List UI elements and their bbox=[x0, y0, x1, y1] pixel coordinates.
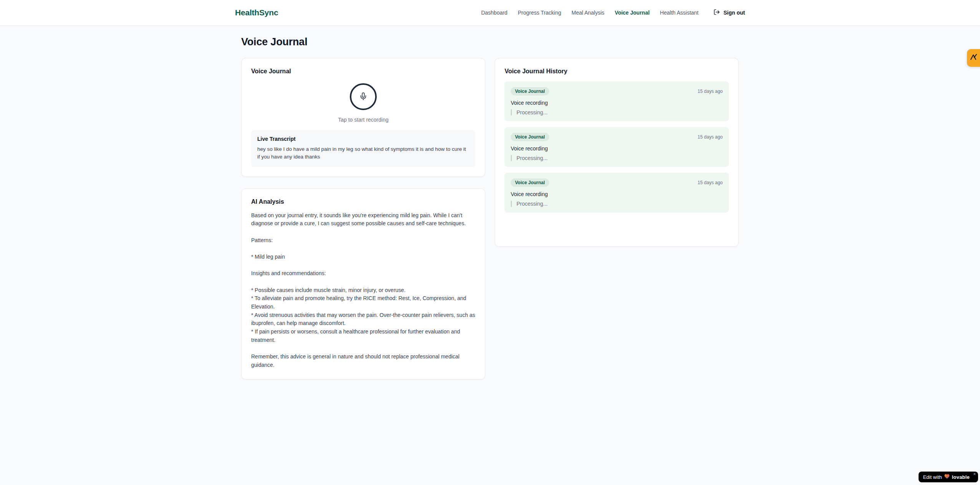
edit-with-lovable-badge[interactable]: Edit with lovable × bbox=[919, 472, 978, 482]
top-header: HealthSync Dashboard Progress Tracking M… bbox=[0, 0, 980, 26]
entry-timestamp: 15 days ago bbox=[698, 180, 723, 185]
close-icon[interactable]: × bbox=[973, 472, 976, 476]
entry-timestamp: 15 days ago bbox=[698, 89, 723, 94]
header-inner: HealthSync Dashboard Progress Tracking M… bbox=[232, 0, 748, 25]
sign-out-button[interactable]: Sign out bbox=[713, 9, 745, 16]
mic-area: Tap to start recording bbox=[251, 83, 475, 123]
right-column: Voice Journal History Voice Journal 15 d… bbox=[495, 58, 739, 247]
main-content: Voice Journal Voice Journal bbox=[241, 26, 739, 379]
history-item[interactable]: Voice Journal 15 days ago Voice recordin… bbox=[505, 127, 729, 167]
ai-analysis-body: Based on your journal entry, it sounds l… bbox=[251, 211, 475, 370]
main-nav: Dashboard Progress Tracking Meal Analysi… bbox=[481, 9, 745, 16]
nav-item-progress-tracking[interactable]: Progress Tracking bbox=[518, 10, 561, 16]
history-item[interactable]: Voice Journal 15 days ago Voice recordin… bbox=[505, 81, 729, 121]
entry-title: Voice recording bbox=[511, 100, 723, 106]
entry-type-badge: Voice Journal bbox=[511, 178, 549, 187]
log-out-icon bbox=[713, 9, 720, 16]
nav-item-health-assistant[interactable]: Health Assistant bbox=[660, 10, 699, 16]
entry-type-badge: Voice Journal bbox=[511, 133, 549, 141]
history-card-title: Voice Journal History bbox=[505, 68, 729, 75]
ai-analysis-card: AI Analysis Based on your journal entry,… bbox=[241, 188, 485, 379]
nav-item-voice-journal[interactable]: Voice Journal bbox=[615, 10, 650, 16]
microphone-icon bbox=[359, 92, 368, 102]
sign-out-label: Sign out bbox=[723, 10, 745, 16]
nav-item-dashboard[interactable]: Dashboard bbox=[481, 10, 508, 16]
history-item[interactable]: Voice Journal 15 days ago Voice recordin… bbox=[505, 173, 729, 213]
app-logo[interactable]: HealthSync bbox=[235, 8, 278, 17]
lovable-heart-icon bbox=[944, 474, 950, 480]
entry-status: Processing... bbox=[511, 155, 723, 161]
entry-title: Voice recording bbox=[511, 145, 723, 152]
voice-recorder-card: Voice Journal Tap to start recording bbox=[241, 58, 485, 177]
recorder-card-title: Voice Journal bbox=[251, 68, 475, 75]
nav-item-meal-analysis[interactable]: Meal Analysis bbox=[571, 10, 604, 16]
live-transcript-box: Live Transcript hey so like I do have a … bbox=[251, 130, 475, 167]
edit-with-label: Edit with bbox=[923, 474, 942, 480]
widget-logo-icon bbox=[969, 53, 980, 63]
record-hint: Tap to start recording bbox=[338, 117, 389, 123]
ai-analysis-title: AI Analysis bbox=[251, 198, 475, 205]
content-grid: Voice Journal Tap to start recording bbox=[241, 58, 739, 379]
record-button[interactable] bbox=[350, 83, 377, 110]
entry-status: Processing... bbox=[511, 109, 723, 115]
lovable-brand-label: lovable bbox=[952, 474, 970, 480]
entry-timestamp: 15 days ago bbox=[698, 134, 723, 140]
live-transcript-title: Live Transcript bbox=[257, 136, 469, 142]
side-widget-button[interactable] bbox=[967, 49, 980, 67]
left-column: Voice Journal Tap to start recording bbox=[241, 58, 485, 379]
entry-type-badge: Voice Journal bbox=[511, 87, 549, 96]
entry-title: Voice recording bbox=[511, 191, 723, 197]
history-list: Voice Journal 15 days ago Voice recordin… bbox=[505, 81, 729, 213]
entry-status: Processing... bbox=[511, 201, 723, 207]
page-title: Voice Journal bbox=[241, 36, 739, 48]
voice-journal-history-card: Voice Journal History Voice Journal 15 d… bbox=[495, 58, 739, 247]
live-transcript-text: hey so like I do have a mild pain in my … bbox=[257, 145, 469, 161]
